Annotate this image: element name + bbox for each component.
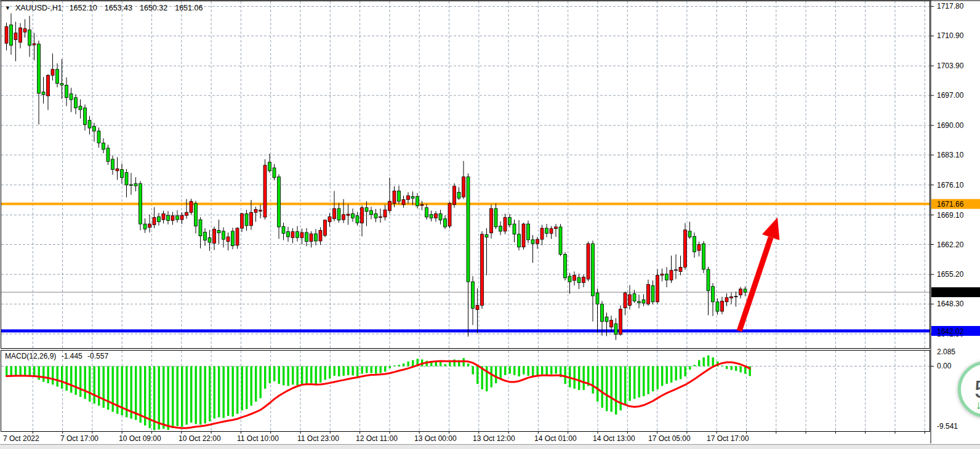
candle xyxy=(70,93,73,100)
chart-window: ▼ XAUUSD-,H1 1652.10 1653.43 1650.32 165… xyxy=(0,0,980,449)
candle xyxy=(499,226,502,231)
candle xyxy=(592,244,595,296)
candle xyxy=(647,284,650,304)
candle xyxy=(342,215,345,220)
candle xyxy=(485,235,488,237)
candle xyxy=(702,244,705,269)
candle xyxy=(347,214,350,215)
candle xyxy=(457,193,460,199)
candle xyxy=(227,237,230,242)
price-tick-label: 1697.00 xyxy=(937,91,964,100)
candle xyxy=(688,231,691,237)
candle xyxy=(679,267,682,271)
candle xyxy=(356,216,359,223)
candle xyxy=(305,232,308,242)
price-tick-label: 1690.00 xyxy=(937,121,964,130)
candle xyxy=(273,168,276,178)
candle xyxy=(573,276,576,280)
candle xyxy=(370,211,373,215)
time-tick-label: 7 Oct 17:00 xyxy=(60,434,98,443)
macd-main-value: -1.445 xyxy=(62,352,82,360)
time-tick-label: 12 Oct 11:00 xyxy=(356,434,398,443)
candle xyxy=(721,301,724,311)
candle xyxy=(513,224,516,234)
candle xyxy=(28,30,31,46)
candle xyxy=(504,218,507,231)
macd-signal-value: -0.557 xyxy=(87,352,108,360)
candle xyxy=(310,234,313,242)
candle xyxy=(374,213,377,218)
candle xyxy=(577,277,580,282)
candle xyxy=(444,219,447,227)
time-tick-label: 10 Oct 22:00 xyxy=(179,434,221,443)
candle xyxy=(204,232,207,240)
candle xyxy=(734,296,737,297)
candle xyxy=(365,208,368,212)
candle xyxy=(425,208,428,217)
candle xyxy=(278,177,281,228)
time-tick-label: 13 Oct 00:00 xyxy=(414,434,457,443)
candle xyxy=(167,215,170,220)
candle xyxy=(315,234,318,241)
candle xyxy=(176,216,179,220)
candle xyxy=(254,209,257,212)
candle xyxy=(236,228,239,245)
candle xyxy=(79,106,82,110)
candle xyxy=(675,270,678,271)
candle xyxy=(665,274,669,280)
chart-dropdown-icon[interactable]: ▼ xyxy=(5,5,10,11)
svg-text:1671.66: 1671.66 xyxy=(937,200,964,209)
time-tick-label: 14 Oct 13:00 xyxy=(593,434,635,443)
candle xyxy=(531,240,534,244)
candle xyxy=(47,76,50,96)
candle xyxy=(393,191,396,204)
candle xyxy=(241,213,244,228)
candle xyxy=(143,224,147,229)
macd-scale-top: 2.085 xyxy=(937,348,955,356)
candle xyxy=(624,293,627,308)
candle xyxy=(462,177,465,197)
candle xyxy=(268,162,271,171)
candle xyxy=(10,25,13,45)
candle xyxy=(19,28,22,42)
price-tick-label: 1648.30 xyxy=(937,300,964,308)
candle xyxy=(402,199,405,204)
candle xyxy=(430,215,433,218)
candle xyxy=(545,228,548,233)
candle xyxy=(296,232,299,238)
candle xyxy=(407,196,410,199)
candle xyxy=(725,298,728,302)
chart-canvas[interactable]: 1717.801710.901703.901697.001690.001683.… xyxy=(0,0,980,449)
candle xyxy=(697,245,701,251)
time-tick-label: 11 Oct 10:00 xyxy=(237,434,279,443)
candle xyxy=(518,234,521,247)
price-tick-label: 1676.10 xyxy=(937,181,964,189)
candle xyxy=(14,33,17,40)
candle xyxy=(319,231,322,241)
candle xyxy=(712,287,715,302)
candle xyxy=(467,177,470,282)
candle xyxy=(596,293,599,304)
candle xyxy=(56,70,59,84)
candle xyxy=(559,227,562,255)
candle xyxy=(250,212,253,226)
candle xyxy=(508,218,512,225)
notification-count: 5 xyxy=(974,377,980,402)
candle xyxy=(661,274,664,276)
symbol-info-bar: ▼ XAUUSD-,H1 1652.10 1653.43 1650.32 165… xyxy=(5,4,203,12)
candle xyxy=(448,204,451,226)
svg-text:1642.02: 1642.02 xyxy=(937,327,964,336)
candle xyxy=(116,169,119,171)
candle xyxy=(494,209,497,227)
candle xyxy=(527,224,530,240)
candle xyxy=(5,26,8,43)
candle xyxy=(379,217,382,217)
candle xyxy=(481,234,484,306)
arrow-down-icon: ↓ xyxy=(976,399,980,412)
candle xyxy=(587,244,590,279)
candle xyxy=(439,213,442,220)
candle xyxy=(398,191,401,202)
time-axis[interactable]: 7 Oct 20227 Oct 17:0010 Oct 09:0010 Oct … xyxy=(3,431,925,443)
time-tick-label: 17 Oct 05:00 xyxy=(648,434,691,443)
price-badge: 1671.66 xyxy=(931,199,980,209)
